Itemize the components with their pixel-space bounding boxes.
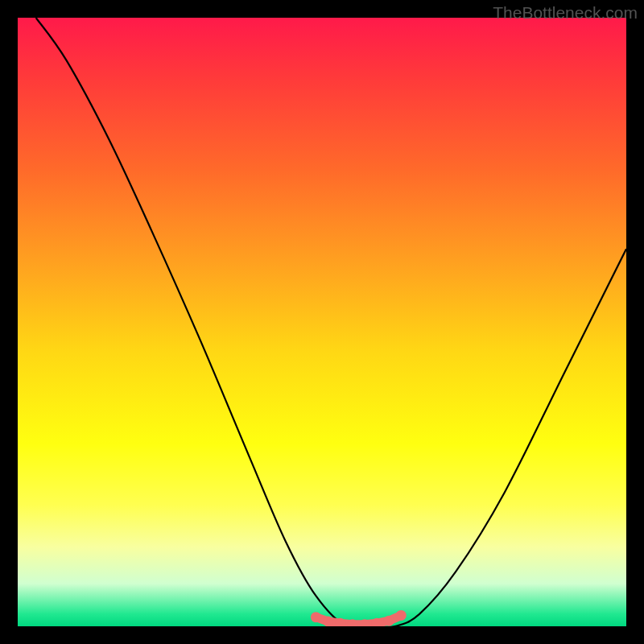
plot-gradient-background [18, 18, 626, 626]
watermark-text: TheBottleneck.com [493, 3, 638, 23]
